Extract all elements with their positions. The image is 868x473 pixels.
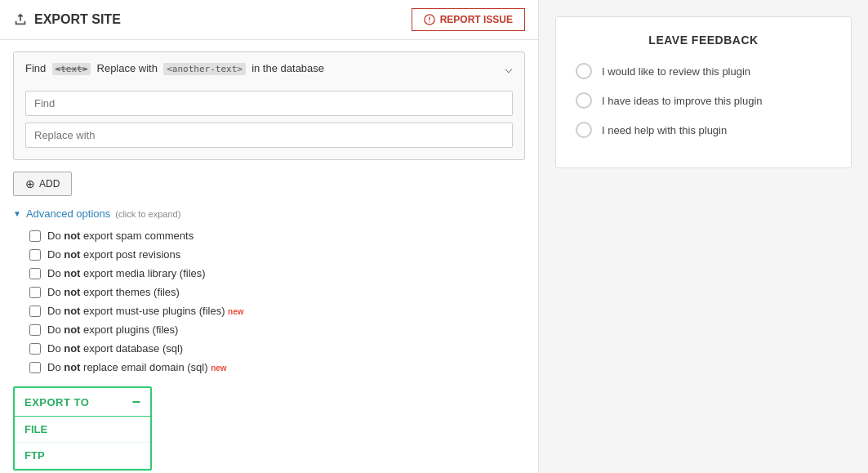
- add-plus-icon: ⊕: [25, 177, 35, 190]
- another-text-tag: <another-text>: [163, 63, 246, 75]
- report-issue-button[interactable]: REPORT ISSUE: [412, 8, 525, 31]
- page-title: EXPORT SITE: [13, 12, 121, 27]
- checkbox-must-use[interactable]: [29, 306, 41, 317]
- list-item: Do not export themes (files): [29, 286, 525, 298]
- page-header: EXPORT SITE REPORT ISSUE: [0, 0, 538, 40]
- list-item: Do not export spam comments: [29, 230, 525, 242]
- list-item: Do not export must-use plugins (files) n…: [29, 305, 525, 317]
- find-replace-header[interactable]: Find <text> Replace with <another-text> …: [14, 52, 524, 84]
- report-issue-icon: [424, 14, 435, 25]
- checkbox-themes[interactable]: [29, 287, 41, 298]
- right-panel: LEAVE FEEDBACK I would like to review th…: [539, 0, 868, 473]
- feedback-radio-ideas[interactable]: [576, 92, 592, 109]
- find-replace-body: [14, 84, 524, 159]
- list-item: Do not export plugins (files): [29, 324, 525, 336]
- checkbox-database[interactable]: [29, 343, 41, 355]
- feedback-option-ideas[interactable]: I have ideas to improve this plugin: [576, 92, 831, 109]
- export-to-section: EXPORT TO − FILE FTP: [13, 386, 152, 471]
- checkbox-spam[interactable]: [29, 230, 41, 242]
- list-item: Do not export post revisions: [29, 248, 525, 261]
- feedback-radio-help[interactable]: [576, 122, 592, 138]
- export-to-list: FILE FTP: [15, 417, 150, 469]
- export-site-icon: [13, 12, 28, 27]
- replace-input[interactable]: [25, 123, 513, 148]
- feedback-option-help-text: I need help with this plugin: [602, 124, 727, 136]
- export-to-ftp-item[interactable]: FTP: [15, 443, 150, 469]
- feedback-option-review[interactable]: I would like to review this plugin: [576, 63, 831, 79]
- checkbox-email[interactable]: [29, 362, 41, 373]
- left-panel: EXPORT SITE REPORT ISSUE Find <text> Rep…: [0, 0, 539, 473]
- triangle-icon: ▼: [13, 209, 21, 218]
- text-tag: <text>: [52, 63, 91, 75]
- list-item: Do not export database (sql): [29, 342, 525, 355]
- main-content: Find <text> Replace with <another-text> …: [0, 40, 538, 473]
- svg-point-2: [429, 21, 430, 22]
- list-item: Do not export media library (files): [29, 267, 525, 279]
- list-item: Do not replace email domain (sql) new: [29, 361, 525, 373]
- find-replace-container: Find <text> Replace with <another-text> …: [13, 51, 525, 160]
- find-input[interactable]: [25, 91, 513, 116]
- export-to-file-item[interactable]: FILE: [15, 417, 150, 443]
- feedback-card: LEAVE FEEDBACK I would like to review th…: [555, 16, 852, 168]
- checkbox-revisions[interactable]: [29, 249, 41, 261]
- feedback-option-review-text: I would like to review this plugin: [602, 65, 750, 78]
- feedback-option-help[interactable]: I need help with this plugin: [576, 122, 831, 138]
- export-to-header: EXPORT TO −: [15, 388, 150, 417]
- find-replace-header-text: Find <text> Replace with <another-text> …: [25, 62, 324, 74]
- feedback-radio-review[interactable]: [576, 63, 592, 79]
- chevron-down-icon: ⌵: [505, 60, 513, 76]
- feedback-title: LEAVE FEEDBACK: [576, 33, 831, 47]
- checkbox-media[interactable]: [29, 268, 41, 279]
- checkbox-plugins[interactable]: [29, 324, 41, 336]
- add-button[interactable]: ⊕ ADD: [13, 172, 72, 196]
- feedback-option-ideas-text: I have ideas to improve this plugin: [602, 95, 763, 107]
- export-to-label: EXPORT TO: [24, 396, 89, 408]
- advanced-options-list: Do not export spam comments Do not expor…: [13, 230, 525, 373]
- advanced-options-toggle[interactable]: ▼ Advanced options (click to expand): [13, 207, 525, 220]
- export-to-collapse-button[interactable]: −: [131, 395, 140, 409]
